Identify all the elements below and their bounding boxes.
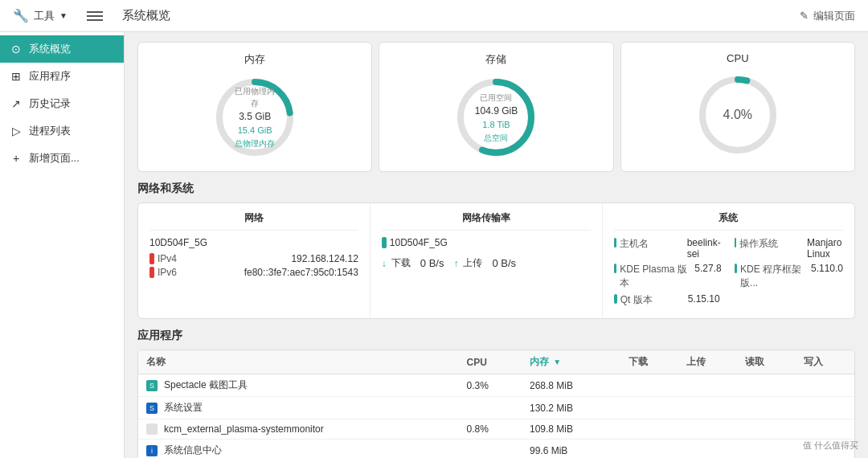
framework-val: 5.110.0	[811, 263, 843, 274]
app-memory: 109.8 MiB	[522, 419, 620, 440]
app-write	[796, 374, 854, 397]
tools-menu[interactable]: 🔧 工具 ▼	[13, 8, 68, 23]
memory-card: 内存 已用物理内存 3.5 GiB 15.4 GiB 总物理内存	[137, 42, 372, 172]
sidebar-item-overview[interactable]: ⊙ 系统概览	[0, 35, 124, 63]
storage-total-value: 1.8 TiB	[475, 118, 518, 132]
table-row[interactable]: S 系统设置 130.2 MiB	[138, 397, 854, 419]
col-write[interactable]: 写入	[796, 350, 854, 374]
app-upload	[678, 440, 737, 459]
sidebar-label-apps: 应用程序	[29, 69, 71, 84]
app-name: kcm_external_plasma-systemmonitor	[164, 423, 324, 435]
sidebar-item-processes[interactable]: ▷ 进程列表	[0, 117, 124, 145]
system-panel-title: 系统	[614, 211, 843, 231]
main-container: ⊙ 系统概览 ⊞ 应用程序 ↗ 历史记录 ▷ 进程列表 + 新增页面... 内存	[0, 32, 868, 458]
edit-label: 编辑页面	[813, 9, 855, 23]
app-cpu: 0.3%	[459, 374, 522, 397]
col-read-label: 读取	[745, 356, 764, 367]
os-val: Manjaro Linux	[807, 237, 843, 260]
history-icon: ↗	[10, 97, 23, 110]
app-download	[620, 397, 679, 419]
system-info-grid: 主机名 beelink-sei KDE Plasma 版本 5.27.8 Qt …	[614, 237, 843, 310]
download-item: ↓ 下载	[382, 256, 411, 270]
app-read	[737, 397, 796, 419]
table-header-row: 名称 CPU 内存 ▼ 下载 上传 读取 写入	[138, 350, 854, 374]
hostname-dot	[614, 238, 616, 247]
sidebar-item-history[interactable]: ↗ 历史记录	[0, 90, 124, 117]
download-label: 下载	[391, 256, 411, 270]
app-upload	[678, 397, 737, 419]
network-system-section: 网络 10D504F_5G IPv4 192.168.124.12 IPv6 f…	[137, 202, 855, 319]
app-name: Spectacle 截图工具	[164, 378, 248, 392]
sidebar-item-apps[interactable]: ⊞ 应用程序	[0, 63, 124, 90]
app-download	[620, 419, 679, 440]
sys-row-qt: Qt 版本 5.15.10	[614, 293, 722, 307]
cpu-donut: 4.0%	[694, 71, 782, 159]
download-arrow-icon: ↓	[382, 258, 387, 269]
col-read[interactable]: 读取	[737, 350, 796, 374]
storage-donut: 已用空间 104.9 GiB 1.8 TiB 总空间	[452, 73, 540, 162]
app-write	[796, 397, 854, 419]
storage-used-value: 104.9 GiB	[475, 104, 518, 118]
ipv6-row: IPv6 fe80::3fe7:aec7:95c0:1543	[149, 267, 358, 278]
app-memory: 99.6 MiB	[522, 440, 620, 459]
col-upload[interactable]: 上传	[678, 350, 737, 374]
table-row[interactable]: i 系统信息中心 99.6 MiB	[138, 440, 854, 459]
app-name-cell: S 系统设置	[138, 397, 459, 419]
apps-section-title: 应用程序	[137, 329, 855, 343]
hamburger-menu[interactable]	[87, 11, 103, 21]
ipv6-value: fe80::3fe7:aec7:95c0:1543	[244, 267, 358, 278]
sys-row-hostname: 主机名 beelink-sei	[614, 237, 722, 260]
storage-donut-text: 已用空间 104.9 GiB 1.8 TiB 总空间	[475, 92, 518, 144]
col-memory-label: 内存	[530, 356, 549, 367]
edit-page-button[interactable]: ✎ 编辑页面	[800, 9, 855, 23]
sys-row-plasma: KDE Plasma 版本 5.27.8	[614, 263, 722, 290]
upload-value: 0 B/s	[492, 257, 516, 269]
app-upload	[678, 419, 737, 440]
add-icon: +	[10, 152, 23, 165]
network-interface: 10D504F_5G	[149, 237, 358, 248]
storage-title: 存储	[485, 52, 506, 67]
page-title: 系统概览	[122, 8, 787, 23]
sys-col-left: 主机名 beelink-sei KDE Plasma 版本 5.27.8 Qt …	[614, 237, 722, 310]
upload-arrow-icon: ↑	[453, 258, 458, 269]
app-icon: S	[146, 380, 158, 391]
col-download[interactable]: 下载	[620, 350, 679, 374]
col-name[interactable]: 名称	[138, 350, 459, 374]
transfer-panel-title: 网络传输率	[382, 211, 591, 231]
upload-item: ↑ 上传	[453, 256, 482, 270]
framework-dot	[735, 264, 737, 273]
table-row[interactable]: S Spectacle 截图工具 0.3% 268.8 MiB	[138, 374, 854, 397]
col-cpu[interactable]: CPU	[459, 350, 522, 374]
app-name: 系统信息中心	[164, 444, 222, 457]
table-row[interactable]: kcm_external_plasma-systemmonitor 0.8% 1…	[138, 419, 854, 440]
app-icon	[146, 423, 158, 435]
col-memory[interactable]: 内存 ▼	[522, 350, 620, 374]
app-download	[620, 374, 679, 397]
sidebar-item-add[interactable]: + 新增页面...	[0, 145, 124, 172]
app-name-cell: kcm_external_plasma-systemmonitor	[138, 419, 459, 440]
app-table-body: S Spectacle 截图工具 0.3% 268.8 MiB S 系统设置 1…	[138, 374, 854, 459]
sidebar-label-add: 新增页面...	[29, 151, 80, 166]
transfer-panel: 网络传输率 10D504F_5G ↓ 下载 0 B/s ↑ 上传	[371, 203, 603, 318]
tools-label: 工具	[34, 9, 55, 23]
download-value: 0 B/s	[420, 257, 444, 269]
app-cpu	[459, 440, 522, 459]
app-memory: 268.8 MiB	[522, 374, 620, 397]
qt-val: 5.15.10	[688, 293, 720, 305]
storage-card: 存储 已用空间 104.9 GiB 1.8 TiB 总空间	[379, 42, 613, 172]
qt-key: Qt 版本	[620, 293, 685, 307]
system-panel: 系统 主机名 beelink-sei KDE Plasma 版本	[603, 203, 854, 318]
ipv6-label: IPv6	[158, 267, 190, 278]
transfer-dot	[382, 237, 387, 248]
apps-section: 名称 CPU 内存 ▼ 下载 上传 读取 写入	[137, 350, 855, 458]
memory-total-value: 15.4 GiB	[233, 124, 277, 137]
edit-icon: ✎	[800, 10, 809, 22]
app-read	[737, 440, 796, 459]
col-cpu-label: CPU	[467, 357, 487, 368]
memory-used-value: 3.5 GiB	[233, 109, 277, 124]
apps-icon: ⊞	[10, 70, 23, 83]
content-area: 内存 已用物理内存 3.5 GiB 15.4 GiB 总物理内存 存	[125, 32, 868, 458]
sys-row-framework: KDE 程序框架版... 5.110.0	[735, 263, 843, 290]
plasma-key: KDE Plasma 版本	[620, 263, 691, 290]
storage-total-label: 总空间	[475, 131, 518, 143]
